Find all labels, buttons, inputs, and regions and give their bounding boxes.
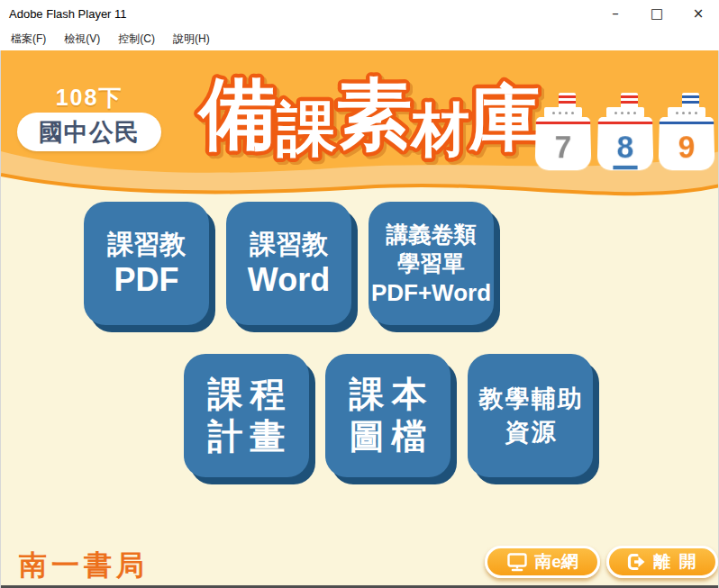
tile-label: 計畫	[201, 416, 293, 458]
boat-hull-icon: 8	[597, 117, 654, 170]
page-title: 備課素材庫	[194, 54, 542, 169]
tile-label: 課習教	[250, 228, 328, 260]
svg-text:備課素材庫: 備課素材庫	[196, 68, 540, 164]
menu-control[interactable]: 控制(C)	[115, 30, 158, 49]
tile-label: 課習教	[107, 228, 186, 260]
tile-label: 教學輔助	[478, 383, 584, 415]
minimize-icon[interactable]: –	[595, 0, 636, 27]
tile-label: 講義卷類	[387, 220, 477, 249]
exit-button[interactable]: 離 開	[606, 546, 718, 578]
title-char: 備	[196, 68, 277, 158]
nane-web-button[interactable]: 南e網	[485, 546, 600, 578]
tile-label: 圖檔	[342, 416, 434, 458]
tile-label: 課本	[342, 374, 434, 416]
nane-web-label: 南e網	[534, 550, 578, 574]
tile-label: Word	[248, 260, 330, 299]
logout-icon	[626, 553, 647, 571]
menu-bar: 檔案(F) 檢視(V) 控制(C) 說明(H)	[0, 27, 719, 50]
teaching-aids-button[interactable]: 教學輔助 資源	[468, 354, 593, 477]
title-char: 庫	[469, 77, 540, 158]
subject-badge: 國中公民	[17, 113, 161, 151]
menu-help[interactable]: 說明(H)	[170, 30, 213, 49]
grade-7-boat[interactable]: 7	[536, 93, 590, 168]
window-title: Adobe Flash Player 11	[0, 7, 127, 21]
semester-label: 108下	[17, 83, 161, 113]
tile-label: PDF+Word	[371, 278, 491, 308]
textbook-images-button[interactable]: 課本 圖檔	[325, 354, 451, 477]
workbook-pdf-button[interactable]: 課習教 PDF	[84, 202, 209, 325]
exit-label: 離 開	[653, 550, 697, 574]
title-char: 材	[409, 96, 469, 163]
menu-view[interactable]: 檢視(V)	[61, 30, 103, 49]
close-icon[interactable]: ×	[678, 0, 719, 27]
boat-hull-icon: 9	[659, 117, 715, 170]
grade-8-label: 8	[613, 130, 638, 169]
boat-hull-icon: 7	[535, 117, 592, 170]
workbook-word-button[interactable]: 課習教 Word	[226, 202, 351, 325]
menu-file[interactable]: 檔案(F)	[8, 30, 49, 49]
tile-label: 課程	[201, 374, 293, 416]
tile-label: 學習單	[397, 249, 465, 278]
title-char: 課	[276, 95, 337, 164]
grade-7-label: 7	[554, 130, 571, 165]
monitor-icon	[506, 553, 528, 572]
tile-label: PDF	[114, 260, 179, 299]
window-controls: – □ ×	[595, 0, 719, 27]
curriculum-plan-button[interactable]: 課程 計畫	[184, 354, 309, 477]
flash-stage: 108下 國中公民 備課素材庫 7 8 9 課習教 PDF	[0, 50, 719, 588]
handout-sheets-button[interactable]: 講義卷類 學習單 PDF+Word	[369, 202, 494, 325]
grade-8-boat[interactable]: 8	[598, 93, 652, 168]
maximize-icon[interactable]: □	[636, 0, 678, 27]
grade-9-boat[interactable]: 9	[660, 93, 714, 168]
grade-9-label: 9	[678, 130, 695, 165]
tile-label: 資源	[504, 416, 558, 448]
title-char: 素	[336, 70, 412, 158]
title-bar: Adobe Flash Player 11 – □ ×	[0, 0, 719, 27]
publisher-logo: 南一書局	[19, 547, 149, 584]
